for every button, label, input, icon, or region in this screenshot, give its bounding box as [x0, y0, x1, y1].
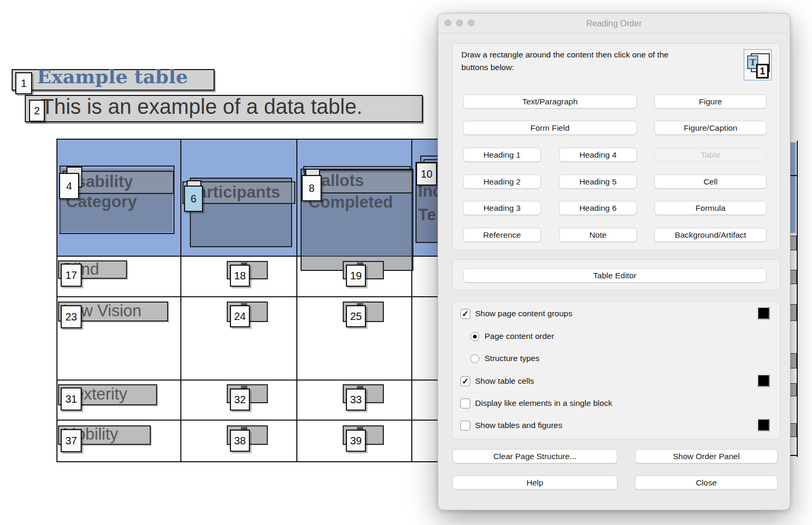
show-table-cells-label: Show table cells [475, 376, 534, 386]
order-tag-32[interactable]: 32 [230, 388, 250, 411]
display-like-elements-checkbox[interactable] [460, 398, 470, 409]
table-grid-line [790, 455, 797, 456]
cell-highlight [790, 304, 797, 321]
cell-highlight [790, 383, 797, 396]
page-content-order-label: Page content order [485, 332, 554, 341]
order-tag-8[interactable]: 8 [302, 175, 322, 201]
order-tag-10[interactable]: 10 [416, 162, 437, 186]
show-table-cells-checkbox[interactable]: ✓ [460, 376, 470, 386]
page-content-groups-color-swatch[interactable] [757, 307, 770, 319]
order-tag-17[interactable]: 17 [61, 264, 82, 287]
order-tag-18[interactable]: 18 [230, 265, 250, 287]
check-mark: ✓ [462, 376, 469, 386]
instruction-text: Draw a rectangle around the content then… [461, 48, 736, 74]
order-tag-33[interactable]: 33 [346, 388, 366, 411]
table-grid-line [57, 296, 439, 297]
heading-3-button[interactable]: Heading 3 [463, 201, 541, 215]
check-mark: ✓ [462, 309, 469, 319]
screen: Example table 1 This is an example of a … [0, 0, 812, 525]
structure-types-radio[interactable] [470, 354, 479, 363]
table-grid-line [57, 420, 439, 421]
heading-6-button[interactable]: Heading 6 [559, 201, 637, 215]
figure-button[interactable]: Figure [654, 94, 767, 109]
table-grid-line [296, 140, 297, 461]
show-page-content-groups-label: Show page content groups [475, 309, 572, 318]
page-content-order-radio[interactable] [470, 332, 479, 341]
tables-figures-color-swatch[interactable] [757, 419, 770, 431]
cell-highlight [790, 353, 797, 368]
instruction-line: buttons below: [461, 61, 736, 74]
display-like-elements-label: Display like elements in a single block [475, 398, 612, 408]
heading-2-button[interactable]: Heading 2 [463, 174, 541, 189]
order-tag-2[interactable]: 2 [29, 100, 45, 122]
structure-buttons-group [452, 43, 780, 250]
order-tag-31[interactable]: 31 [61, 387, 82, 411]
table-button-disabled: Table [654, 148, 767, 162]
heading-1-button[interactable]: Heading 1 [463, 148, 541, 162]
clear-page-structure-button[interactable]: Clear Page Structure... [452, 449, 617, 463]
cell-highlight [790, 236, 797, 250]
document-heading: Example table [37, 65, 188, 88]
close-button[interactable]: Close [635, 475, 778, 490]
order-tag-38[interactable]: 38 [230, 430, 250, 452]
document-paragraph: This is an example of a data table. [41, 95, 362, 119]
table-grid-line [57, 380, 439, 381]
order-tag-24[interactable]: 24 [230, 305, 250, 327]
data-table: Usability Category 3 4 Participants 5 6 … [56, 139, 439, 462]
structure-types-label: Structure types [485, 354, 539, 363]
instruction-line: Draw a rectangle around the content then… [461, 48, 736, 61]
help-button[interactable]: Help [452, 475, 617, 490]
order-tag-19[interactable]: 19 [346, 265, 366, 287]
heading-4-button[interactable]: Heading 4 [559, 148, 637, 162]
header-cell-text: Te [418, 206, 436, 225]
show-order-panel-button[interactable]: Show Order Panel [635, 449, 778, 463]
form-field-button[interactable]: Form Field [463, 121, 637, 135]
order-number-glyph: 1 [756, 64, 769, 79]
order-tag-6-selected[interactable]: 6 [184, 186, 203, 212]
table-cells-color-swatch[interactable] [757, 374, 770, 387]
cell-highlight [790, 142, 796, 175]
table-right-edge-sliver [790, 141, 798, 457]
dialog-title: Reading Order [438, 14, 790, 33]
order-tag-25[interactable]: 25 [346, 305, 366, 327]
formula-button[interactable]: Formula [654, 201, 767, 215]
cell-button[interactable]: Cell [654, 174, 767, 189]
background-artifact-button[interactable]: Background/Artifact [654, 228, 767, 242]
show-page-content-groups-checkbox[interactable]: ✓ [460, 309, 470, 319]
cell-highlight [790, 176, 796, 233]
text-paragraph-button[interactable]: Text/Paragraph [463, 94, 637, 109]
show-tables-and-figures-checkbox[interactable] [460, 421, 470, 431]
order-tag-39[interactable]: 39 [346, 430, 366, 452]
table-editor-button[interactable]: Table Editor [463, 268, 767, 283]
note-button[interactable]: Note [559, 228, 637, 242]
order-tag-23[interactable]: 23 [61, 305, 82, 328]
heading-5-button[interactable]: Heading 5 [559, 174, 637, 189]
order-tag-37[interactable]: 37 [61, 429, 82, 452]
order-tag-1[interactable]: 1 [15, 72, 32, 94]
display-options-group [452, 301, 780, 440]
show-tables-and-figures-label: Show tables and figures [475, 421, 562, 430]
order-tag-4[interactable]: 4 [59, 173, 79, 199]
dialog-titlebar[interactable]: Reading Order [438, 14, 790, 33]
reference-button[interactable]: Reference [463, 228, 541, 242]
cell-highlight [790, 423, 797, 437]
table-grid-line [180, 140, 181, 461]
cell-highlight [790, 270, 797, 284]
figure-caption-button[interactable]: Figure/Caption [654, 121, 767, 135]
reading-order-dialog: Reading Order Draw a rectangle around th… [438, 13, 790, 510]
reading-order-tool-icon[interactable]: T 1 [743, 49, 772, 81]
